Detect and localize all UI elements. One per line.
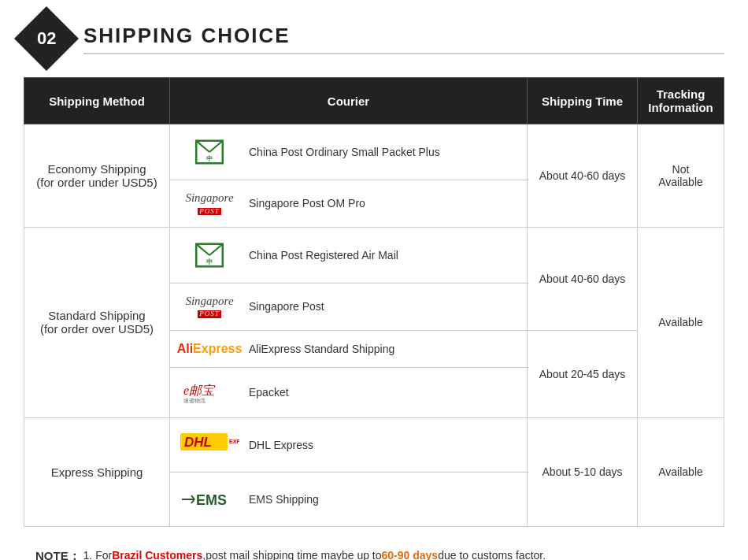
- courier-economy-1: 中 China Post Ordinary Small Packet Plus: [170, 124, 528, 180]
- time-standard-2: About 20-45 days: [528, 330, 638, 417]
- courier-express-2: EMS EMS Shipping: [170, 472, 528, 526]
- svg-line-5: [196, 244, 209, 255]
- chinapost-logo-1: 中: [178, 135, 241, 169]
- col-tracking: TrackingInformation: [638, 78, 724, 124]
- page-header: 02 SHIPPING CHOICE: [24, 16, 724, 61]
- svg-text:e邮宝: e邮宝: [183, 384, 216, 397]
- col-time: Shipping Time: [528, 78, 638, 124]
- method-express: Express Shipping: [24, 417, 170, 526]
- courier-name-dhl: DHL Express: [249, 439, 313, 451]
- courier-name-singapore-post: Singapore Post: [249, 300, 324, 313]
- courier-name-singapore-om: Singapore Post OM Pro: [249, 197, 365, 210]
- col-courier: Courier: [170, 78, 528, 124]
- tracking-express: Available: [638, 417, 724, 526]
- note-item-1: NOTE： 1. For Brazil Customers ,post mail…: [35, 549, 713, 560]
- courier-standard-1: 中 China Post Registered Air Mail: [170, 227, 528, 283]
- svg-text:速递物流: 速递物流: [183, 398, 206, 403]
- time-standard-1: About 40-60 days: [528, 227, 638, 330]
- aliexpress-logo: AliExpress: [178, 342, 241, 356]
- singapore-logo-2: Singapore POST: [178, 295, 241, 319]
- note-text-1-after: due to customs factor.: [438, 549, 546, 560]
- svg-line-6: [209, 244, 223, 255]
- time-economy: About 40-60 days: [528, 124, 638, 228]
- tracking-standard: Available: [638, 227, 724, 417]
- page-title: SHIPPING CHOICE: [83, 24, 724, 54]
- dhl-logo: DHL EXPRESS: [178, 429, 241, 461]
- courier-name-chinapost-small: China Post Ordinary Small Packet Plus: [249, 146, 440, 158]
- svg-text:DHL: DHL: [184, 435, 212, 450]
- courier-name-chinapost-registered: China Post Registered Air Mail: [249, 249, 398, 261]
- courier-name-ems: EMS Shipping: [249, 493, 319, 506]
- courier-standard-4: e邮宝 速递物流 Epacket: [170, 367, 528, 417]
- shipping-table: Shipping Method Courier Shipping Time Tr…: [24, 77, 724, 527]
- courier-standard-3: AliExpress AliExpress Standard Shipping: [170, 330, 528, 367]
- table-row: Standard Shipping(for order over USD5) 中…: [24, 227, 724, 283]
- courier-express-1: DHL EXPRESS DHL Express: [170, 417, 528, 472]
- note-text-1-before: For: [95, 549, 112, 560]
- courier-standard-2: Singapore POST Singapore Post: [170, 283, 528, 330]
- method-economy: Economy Shipping(for order under USD5): [24, 124, 170, 228]
- courier-name-aliexpress: AliExpress Standard Shipping: [249, 343, 394, 355]
- courier-name-epacket: Epacket: [249, 386, 289, 399]
- singapore-logo-1: Singapore POST: [178, 191, 241, 216]
- method-standard: Standard Shipping(for order over USD5): [24, 227, 170, 417]
- time-express: About 5-10 days: [528, 417, 638, 526]
- svg-line-1: [196, 141, 209, 152]
- svg-text:中: 中: [206, 258, 213, 265]
- notes-section: NOTE： 1. For Brazil Customers ,post mail…: [24, 541, 724, 560]
- note-label: NOTE：: [35, 549, 80, 560]
- svg-text:EXPRESS: EXPRESS: [229, 439, 239, 444]
- note-text-1-middle: ,post mail shipping time maybe up to: [202, 549, 381, 560]
- table-row: Express Shipping DHL EXPRESS DHL Express…: [24, 417, 724, 472]
- table-row: Economy Shipping(for order under USD5) 中…: [24, 124, 724, 180]
- tracking-economy: NotAvailable: [638, 124, 724, 228]
- step-number: 02: [37, 28, 56, 49]
- col-method: Shipping Method: [24, 78, 170, 124]
- svg-text:EMS: EMS: [196, 492, 227, 508]
- note-highlight-brazil: Brazil Customers: [112, 549, 202, 560]
- step-diamond: 02: [14, 6, 79, 71]
- courier-economy-2: Singapore POST Singapore Post OM Pro: [170, 180, 528, 228]
- note-highlight-days: 60-90 days: [382, 549, 439, 560]
- chinapost-logo-2: 中: [178, 239, 241, 272]
- svg-text:中: 中: [206, 154, 213, 162]
- epacket-logo: e邮宝 速递物流: [178, 379, 241, 406]
- svg-line-2: [209, 141, 223, 152]
- ems-logo: EMS: [178, 484, 241, 515]
- note-number-1: 1.: [83, 549, 93, 560]
